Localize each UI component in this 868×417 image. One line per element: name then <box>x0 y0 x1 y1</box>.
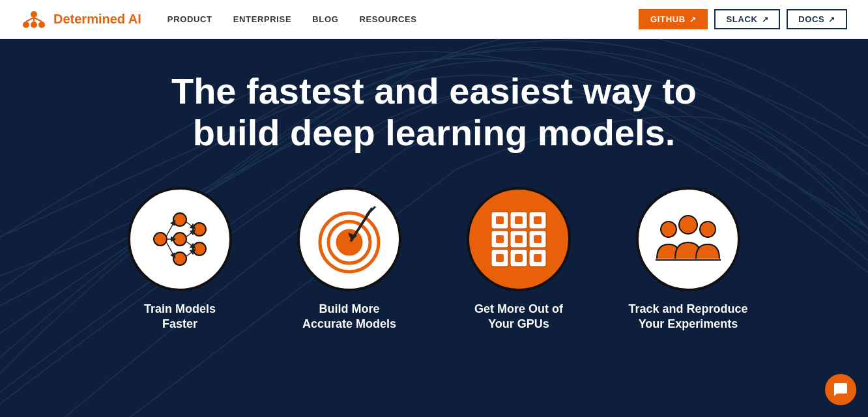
feature-icons-row: Train Models Faster Build More Accurate … <box>115 187 753 332</box>
nav-enterprise[interactable]: ENTERPRISE <box>233 14 292 24</box>
svg-rect-44 <box>515 254 523 262</box>
svg-line-6 <box>34 18 42 22</box>
svg-point-1 <box>23 22 29 28</box>
svg-point-2 <box>31 22 37 28</box>
svg-rect-42 <box>534 235 542 243</box>
target-icon <box>310 200 388 278</box>
team-icon <box>649 200 727 278</box>
github-button[interactable]: GITHUB ↗ <box>639 9 708 29</box>
svg-line-19 <box>186 251 194 257</box>
gpu-chip-icon <box>480 200 558 278</box>
logo-text: Determined AI <box>53 12 141 27</box>
nav-links: PRODUCT ENTERPRISE BLOG RESOURCES <box>167 14 639 24</box>
svg-rect-43 <box>496 254 504 262</box>
svg-rect-45 <box>534 254 542 262</box>
svg-line-13 <box>166 222 174 237</box>
svg-line-18 <box>186 241 194 247</box>
nav-resources[interactable]: RESOURCES <box>359 14 416 24</box>
logo-icon <box>21 7 47 33</box>
svg-point-12 <box>193 242 206 255</box>
svg-line-4 <box>26 18 34 22</box>
train-label: Train Models Faster <box>144 302 216 332</box>
hero-section: The fastest and easiest way to build dee… <box>0 39 868 417</box>
nav-product[interactable]: PRODUCT <box>167 14 212 24</box>
external-link-icon-docs: ↗ <box>828 15 835 24</box>
svg-rect-38 <box>515 216 523 224</box>
nav-blog[interactable]: BLOG <box>312 14 338 24</box>
gpu-label: Get More Out of Your GPUs <box>474 302 563 332</box>
target-icon-circle <box>297 187 401 291</box>
svg-point-0 <box>31 11 37 18</box>
train-icon-circle <box>128 187 232 291</box>
svg-point-48 <box>700 222 716 237</box>
chat-icon <box>833 382 848 397</box>
svg-point-46 <box>661 222 676 237</box>
team-icon-circle <box>636 187 740 291</box>
navbar: Determined AI PRODUCT ENTERPRISE BLOG RE… <box>0 0 868 39</box>
svg-point-8 <box>173 213 186 226</box>
chat-widget[interactable] <box>825 374 856 405</box>
hero-title: The fastest and easiest way to build dee… <box>171 70 697 154</box>
svg-point-11 <box>193 223 206 236</box>
svg-rect-40 <box>496 235 504 243</box>
svg-line-17 <box>186 231 194 237</box>
logo[interactable]: Determined AI <box>21 7 141 33</box>
feature-team: Track and Reproduce Your Experiments <box>623 187 753 332</box>
feature-target: Build More Accurate Models <box>284 187 414 332</box>
svg-point-47 <box>679 216 697 234</box>
svg-line-16 <box>186 222 194 227</box>
svg-rect-39 <box>534 216 542 224</box>
svg-point-3 <box>38 22 45 28</box>
svg-line-15 <box>166 242 174 256</box>
svg-point-10 <box>173 252 186 265</box>
nav-buttons: GITHUB ↗ SLACK ↗ DOCS ↗ <box>639 9 847 29</box>
gpu-icon-circle <box>467 187 571 291</box>
svg-point-9 <box>173 233 186 246</box>
external-link-icon: ↗ <box>689 15 697 24</box>
docs-button[interactable]: DOCS ↗ <box>787 9 847 29</box>
svg-rect-37 <box>496 216 504 224</box>
feature-train: Train Models Faster <box>115 187 245 332</box>
svg-point-7 <box>154 233 167 246</box>
target-label: Build More Accurate Models <box>302 302 396 332</box>
svg-rect-41 <box>515 235 523 243</box>
team-label: Track and Reproduce Your Experiments <box>628 302 747 332</box>
slack-button[interactable]: SLACK ↗ <box>714 9 780 29</box>
external-link-icon-slack: ↗ <box>762 15 769 24</box>
neural-network-icon <box>141 200 219 278</box>
feature-gpu: Get More Out of Your GPUs <box>454 187 584 332</box>
